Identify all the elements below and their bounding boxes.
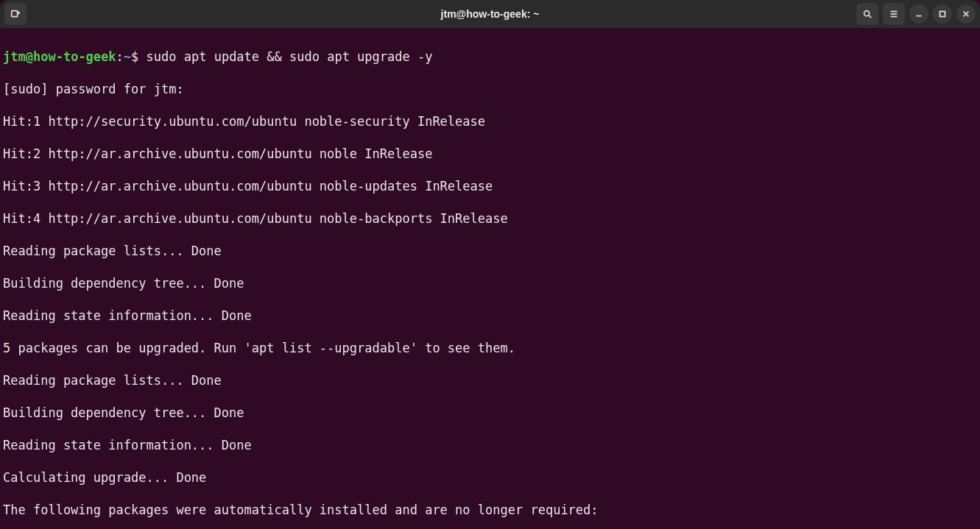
output-line: Building dependency tree... Done: [3, 275, 977, 291]
minimize-button[interactable]: [909, 4, 928, 24]
close-button[interactable]: [956, 4, 976, 24]
svg-line-4: [869, 15, 872, 18]
titlebar: jtm@how-to-geek: ~: [0, 0, 980, 28]
prompt-host: how-to-geek: [33, 49, 116, 64]
prompt-colon: :: [116, 49, 124, 64]
output-line: Hit:2 http://ar.archive.ubuntu.com/ubunt…: [3, 146, 977, 162]
output-line: Calculating upgrade... Done: [3, 469, 977, 486]
prompt-dollar: $: [131, 49, 146, 64]
command-text: sudo apt update && sudo apt upgrade -y: [147, 49, 433, 64]
svg-rect-9: [940, 12, 945, 17]
output-line: Reading package lists... Done: [3, 372, 977, 388]
hamburger-menu-button[interactable]: [883, 3, 905, 25]
prompt-line: jtm@how-to-geek:~$ sudo apt update && su…: [3, 49, 977, 65]
output-line: Reading package lists... Done: [3, 243, 977, 259]
window-title: jtm@how-to-geek: ~: [0, 6, 980, 22]
maximize-button[interactable]: [933, 4, 952, 24]
svg-rect-0: [12, 11, 18, 17]
new-tab-button[interactable]: [4, 3, 27, 25]
terminal-area[interactable]: jtm@how-to-geek:~$ sudo apt update && su…: [0, 28, 980, 529]
output-line: Building dependency tree... Done: [3, 405, 977, 421]
output-line: Hit:4 http://ar.archive.ubuntu.com/ubunt…: [3, 210, 977, 227]
search-button[interactable]: [856, 3, 878, 25]
output-line: Hit:3 http://ar.archive.ubuntu.com/ubunt…: [3, 178, 977, 194]
svg-point-3: [864, 11, 870, 16]
prompt-at: @: [26, 49, 33, 64]
output-line: [sudo] password for jtm:: [3, 81, 977, 97]
output-line: Hit:1 http://security.ubuntu.com/ubuntu …: [3, 113, 977, 129]
output-line: The following packages were automaticall…: [3, 502, 977, 518]
prompt-user: jtm: [3, 49, 26, 64]
output-line: 5 packages can be upgraded. Run 'apt lis…: [3, 340, 977, 356]
output-line: Reading state information... Done: [3, 437, 977, 453]
output-line: Reading state information... Done: [3, 308, 977, 324]
prompt-path: ~: [124, 49, 131, 64]
